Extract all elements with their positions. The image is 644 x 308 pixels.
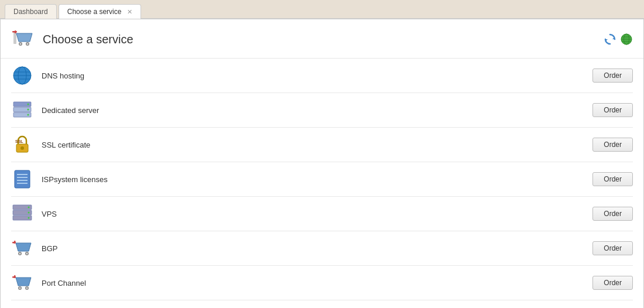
tab-choose-service[interactable]: Choose a service ✕ [59,4,141,19]
svg-rect-42 [14,241,16,244]
tab-bar: Dashboard Choose a service ✕ [0,0,644,19]
svg-rect-49 [14,275,16,278]
svg-text:SSL: SSL [15,139,23,143]
svg-point-4 [20,43,22,45]
tab-close-icon[interactable]: ✕ [127,8,132,15]
svg-rect-33 [17,180,28,181]
service-icon-bgp [11,237,33,259]
service-name-dedicated-server: Dedicated server [42,106,592,115]
svg-point-52 [19,288,21,289]
tab-dashboard-label: Dashboard [13,8,48,16]
order-button-dns-hosting[interactable]: Order [592,69,633,83]
cart-header-icon [11,28,35,51]
order-button-ssl-certificate[interactable]: Order [592,138,633,152]
main-content: Choose a service DNS hostingOrderDedicat… [0,19,644,308]
tab-dashboard[interactable]: Dashboard [5,4,57,19]
order-button-vps[interactable]: Order [592,207,633,221]
svg-marker-43 [16,243,31,251]
refresh-icon[interactable] [604,33,616,46]
svg-point-6 [27,43,29,45]
order-button-bgp[interactable]: Order [592,241,633,255]
svg-point-38 [28,212,30,214]
order-button-port-channel[interactable]: Order [592,276,633,290]
svg-point-24 [28,109,29,111]
globe-lang-icon[interactable] [620,33,633,46]
service-name-vps: VPS [42,210,592,218]
service-name-dns-hosting: DNS hosting [42,71,592,80]
service-name-ssl-certificate: SSL certificate [42,141,592,149]
service-row-dedicated-server: Dedicated serverOrder [11,93,633,128]
service-row-ispsystem-licenses: ISPsystem licensesOrder [11,162,633,197]
order-button-ispsystem-licenses[interactable]: Order [592,172,633,186]
svg-marker-1 [16,33,32,42]
order-button-dedicated-server[interactable]: Order [592,103,633,117]
header-actions [604,33,633,46]
svg-point-36 [28,207,30,208]
page-header-left: Choose a service [11,28,133,51]
service-icon-vps [11,203,33,225]
service-icon-port-channel [11,272,33,294]
page-title: Choose a service [43,33,133,46]
svg-rect-8 [15,30,16,33]
tab-choose-service-label: Choose a service [67,8,122,16]
svg-marker-50 [16,278,31,286]
svg-point-40 [28,217,30,219]
service-row-port-channel: Port ChannelOrder [11,266,633,300]
svg-point-28 [20,146,24,150]
service-name-port-channel: Port Channel [42,279,592,288]
service-icon-ispsystem-licenses [11,168,33,190]
service-row-bgp: BGPOrder [11,231,633,266]
service-icon-dns-hosting [11,64,33,87]
svg-point-45 [19,253,21,255]
service-name-ispsystem-licenses: ISPsystem licenses [42,175,592,184]
svg-point-54 [26,288,28,289]
service-row-vlan: VLANOrder [11,300,633,308]
svg-rect-34 [17,183,28,184]
service-icon-dedicated-server [11,99,33,121]
svg-point-47 [26,253,28,255]
svg-point-22 [28,104,29,105]
service-name-bgp: BGP [42,244,592,253]
svg-rect-30 [15,170,30,188]
service-list: DNS hostingOrderDedicated serverOrderSSL… [1,59,643,308]
page-header: Choose a service [1,19,643,59]
svg-rect-31 [17,174,28,175]
service-row-ssl-certificate: SSLSSL certificateOrder [11,128,633,162]
service-row-dns-hosting: DNS hostingOrder [11,59,633,93]
svg-point-26 [28,114,29,116]
svg-rect-0 [13,32,16,44]
service-icon-ssl-certificate: SSL [11,134,33,156]
service-row-vps: VPSOrder [11,197,633,231]
svg-rect-32 [17,177,28,178]
